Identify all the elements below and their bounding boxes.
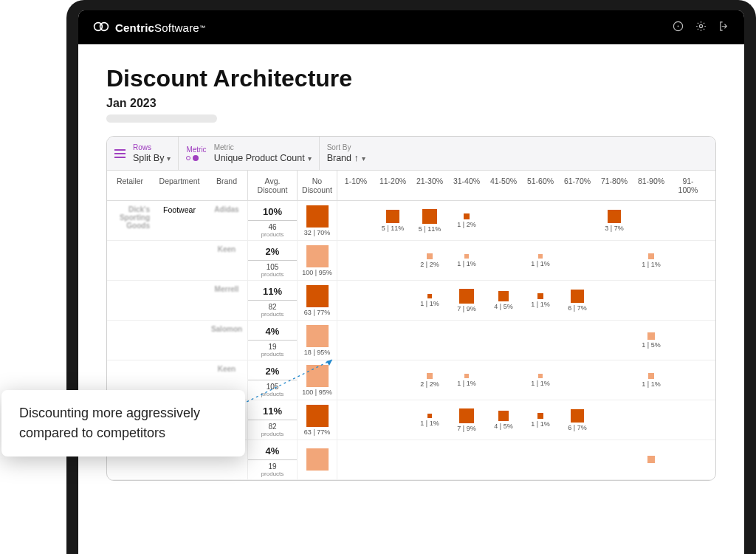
col-department[interactable]: Department	[153, 171, 206, 200]
heatmap-cell[interactable]: 1 | 1%	[448, 360, 485, 400]
heatmap-cell[interactable]	[411, 440, 448, 479]
heatmap-cell[interactable]	[374, 321, 411, 360]
settings-icon[interactable]	[695, 21, 707, 35]
help-icon[interactable]	[673, 21, 684, 35]
col-no-discount[interactable]: No Discount	[298, 171, 337, 200]
heatmap-cell[interactable]	[559, 201, 596, 240]
heatmap-cell[interactable]	[337, 440, 374, 479]
heatmap-cell[interactable]	[670, 201, 707, 240]
heatmap-cell[interactable]: 1 | 1%	[633, 360, 670, 400]
heatmap-cell[interactable]	[670, 400, 707, 440]
heatmap-cell[interactable]	[298, 440, 337, 479]
heatmap-cell[interactable]	[559, 440, 596, 479]
col-avg[interactable]: Avg. Discount	[247, 171, 298, 200]
heatmap-cell[interactable]	[522, 321, 559, 360]
heatmap-cell[interactable]: 6 | 7%	[559, 281, 596, 320]
heatmap-cell[interactable]: 5 | 11%	[374, 201, 411, 240]
col-bucket[interactable]: 91-100%	[670, 171, 707, 200]
heatmap-cell[interactable]: 63 | 77%	[298, 281, 337, 320]
heatmap-cell[interactable]	[633, 281, 670, 320]
heatmap-cell[interactable]: 1 | 1%	[633, 241, 670, 280]
heatmap-cell[interactable]	[485, 440, 522, 479]
rows-config-group[interactable]: Rows Split By▾	[107, 137, 179, 170]
heatmap-cell[interactable]: 1 | 1%	[411, 281, 448, 320]
heatmap-cell[interactable]	[596, 360, 633, 400]
heatmap-cell[interactable]	[337, 201, 374, 240]
metric-config-group[interactable]: Metric Metric Unique Product Count▾	[179, 137, 319, 170]
heatmap-cell[interactable]: 4 | 5%	[485, 281, 522, 320]
heatmap-cell[interactable]	[374, 400, 411, 440]
heatmap-cell[interactable]: 5 | 11%	[411, 201, 448, 240]
heatmap-cell[interactable]: 1 | 1%	[522, 400, 559, 440]
heatmap-cell[interactable]	[559, 241, 596, 280]
heatmap-cell[interactable]	[670, 241, 707, 280]
col-bucket[interactable]: 1-10%	[337, 171, 374, 200]
heatmap-cell[interactable]	[522, 201, 559, 240]
heatmap-cell[interactable]	[596, 400, 633, 440]
heatmap-cell[interactable]: 7 | 9%	[448, 281, 485, 320]
logout-icon[interactable]	[718, 21, 729, 35]
heatmap-cell[interactable]: 6 | 7%	[559, 400, 596, 440]
col-bucket[interactable]: 11-20%	[374, 171, 411, 200]
heatmap-cell[interactable]: 7 | 9%	[448, 400, 485, 440]
heatmap-cell[interactable]: 32 | 70%	[298, 201, 337, 240]
col-bucket[interactable]: 81-90%	[633, 171, 670, 200]
heatmap-cell[interactable]	[596, 440, 633, 479]
split-by-dropdown[interactable]: Split By▾	[133, 153, 171, 163]
heatmap-cell[interactable]	[448, 440, 485, 479]
heatmap-cell[interactable]	[337, 241, 374, 280]
heatmap-cell[interactable]	[633, 440, 670, 479]
heatmap-cell[interactable]: 2 | 2%	[411, 241, 448, 280]
heatmap-cell[interactable]	[485, 241, 522, 280]
heatmap-cell[interactable]: 1 | 1%	[522, 241, 559, 280]
heatmap-cell[interactable]: 3 | 7%	[596, 201, 633, 240]
metric-dropdown[interactable]: Unique Product Count▾	[214, 153, 312, 163]
heatmap-cell[interactable]	[485, 201, 522, 240]
heatmap-cell[interactable]	[374, 440, 411, 479]
heatmap-cell[interactable]: 2 | 2%	[411, 360, 448, 400]
heatmap-cell[interactable]: 4 | 5%	[485, 400, 522, 440]
heatmap-cell[interactable]	[374, 360, 411, 400]
heatmap-cell[interactable]	[448, 321, 485, 360]
heatmap-cell[interactable]	[559, 360, 596, 400]
heatmap-cell[interactable]	[411, 321, 448, 360]
heatmap-cell[interactable]: 1 | 2%	[448, 201, 485, 240]
heatmap-cell[interactable]	[670, 321, 707, 360]
heatmap-cell[interactable]: 1 | 1%	[522, 281, 559, 320]
sort-dropdown[interactable]: Brand ↑▾	[327, 153, 365, 163]
heatmap-cell[interactable]: 1 | 1%	[411, 400, 448, 440]
heatmap-cell[interactable]	[633, 400, 670, 440]
col-brand[interactable]: Brand	[206, 171, 247, 200]
heatmap-cell[interactable]	[485, 360, 522, 400]
heatmap-cell[interactable]	[522, 440, 559, 479]
heatmap-cell[interactable]	[670, 360, 707, 400]
col-bucket[interactable]: 21-30%	[411, 171, 448, 200]
heatmap-cell[interactable]: 100 | 95%	[298, 360, 337, 400]
heatmap-cell[interactable]	[596, 321, 633, 360]
col-bucket[interactable]: 31-40%	[448, 171, 485, 200]
col-retailer[interactable]: Retailer	[107, 171, 153, 200]
heatmap-cell[interactable]: 1 | 1%	[522, 360, 559, 400]
heatmap-cell[interactable]	[337, 360, 374, 400]
heatmap-cell[interactable]: 1 | 5%	[633, 321, 670, 360]
sort-config-group[interactable]: Sort By Brand ↑▾	[320, 137, 373, 170]
heatmap-cell[interactable]	[596, 241, 633, 280]
heatmap-cell[interactable]: 18 | 95%	[298, 321, 337, 360]
heatmap-cell[interactable]	[485, 321, 522, 360]
heatmap-cell[interactable]	[374, 281, 411, 320]
heatmap-cell[interactable]	[670, 440, 707, 479]
heatmap-cell[interactable]: 1 | 1%	[448, 241, 485, 280]
col-bucket[interactable]: 51-60%	[522, 171, 559, 200]
heatmap-cell[interactable]	[337, 400, 374, 440]
col-bucket[interactable]: 71-80%	[596, 171, 633, 200]
heatmap-cell[interactable]: 63 | 77%	[298, 400, 337, 440]
heatmap-cell[interactable]	[559, 321, 596, 360]
heatmap-cell[interactable]	[337, 281, 374, 320]
heatmap-cell[interactable]: 100 | 95%	[298, 241, 337, 280]
heatmap-cell[interactable]	[633, 201, 670, 240]
heatmap-cell[interactable]	[374, 241, 411, 280]
col-bucket[interactable]: 41-50%	[485, 171, 522, 200]
heatmap-cell[interactable]	[670, 281, 707, 320]
heatmap-cell[interactable]	[337, 321, 374, 360]
heatmap-cell[interactable]	[596, 281, 633, 320]
